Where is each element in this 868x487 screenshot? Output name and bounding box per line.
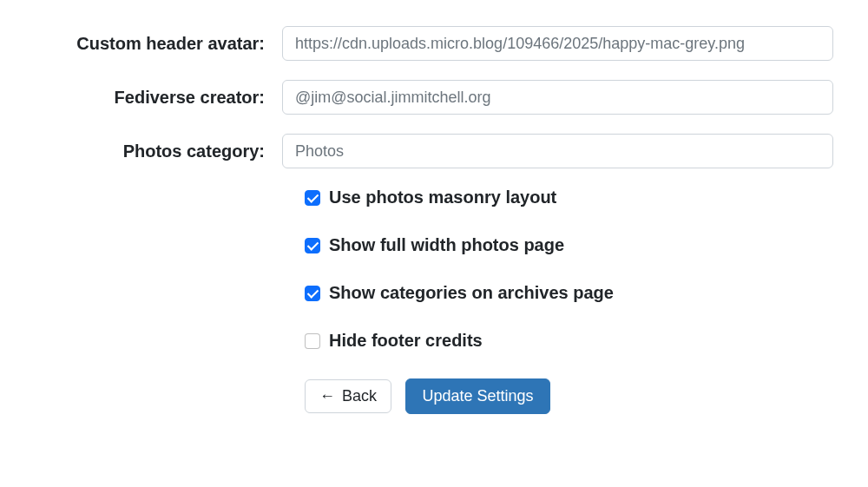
masonry-checkbox[interactable] — [305, 190, 320, 206]
categories-archives-checkbox-label[interactable]: Show categories on archives page — [329, 283, 614, 303]
full-width-checkbox[interactable] — [305, 238, 320, 253]
back-button[interactable]: ← Back — [305, 379, 391, 413]
categories-archives-checkbox[interactable] — [305, 286, 320, 301]
photos-category-label: Photos category: — [17, 141, 282, 161]
fediverse-creator-input[interactable] — [282, 80, 833, 115]
back-button-label: Back — [342, 387, 377, 405]
hide-footer-checkbox[interactable] — [305, 333, 320, 349]
full-width-checkbox-label[interactable]: Show full width photos page — [329, 235, 564, 255]
photos-category-input[interactable] — [282, 134, 833, 168]
hide-footer-checkbox-label[interactable]: Hide footer credits — [329, 331, 483, 351]
update-settings-button-label: Update Settings — [422, 387, 533, 405]
fediverse-creator-label: Fediverse creator: — [17, 88, 282, 108]
arrow-left-icon: ← — [319, 388, 335, 404]
update-settings-button[interactable]: Update Settings — [405, 378, 549, 414]
custom-header-avatar-input[interactable] — [282, 26, 833, 61]
masonry-checkbox-label[interactable]: Use photos masonry layout — [329, 188, 556, 207]
custom-header-avatar-label: Custom header avatar: — [17, 34, 282, 54]
